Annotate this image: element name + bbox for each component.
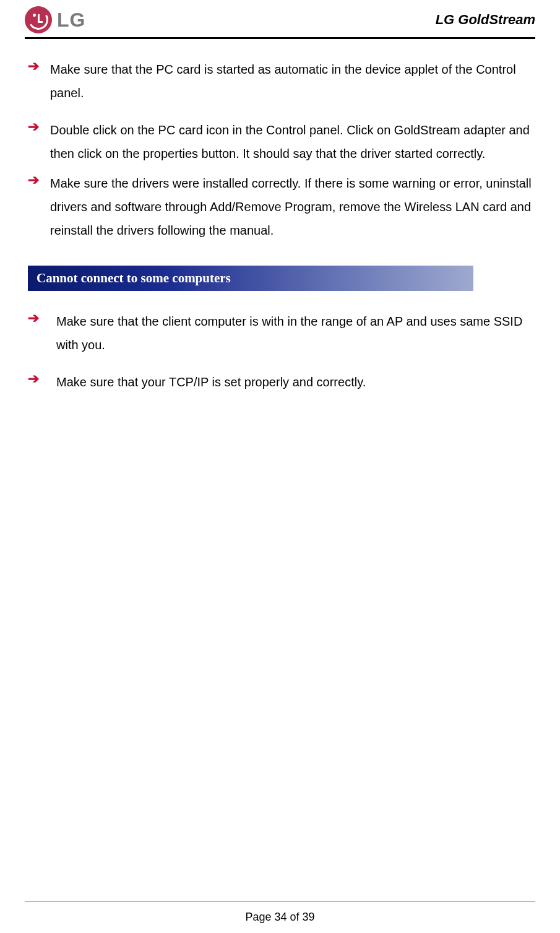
product-title: LG GoldStream <box>436 12 535 28</box>
bullet-item: ➔ Make sure that your TCP/IP is set prop… <box>28 370 532 394</box>
bullet-item: ➔ Make sure that the client computer is … <box>28 310 532 357</box>
bullet-text: Make sure the drivers were installed cor… <box>50 171 532 242</box>
logo-text: LG <box>57 9 85 32</box>
bullet-text: Make sure that the client computer is wi… <box>50 310 532 357</box>
bullet-text: Make sure that the PC card is started as… <box>50 58 532 105</box>
page-header: LG LG GoldStream <box>25 6 535 39</box>
bullet-item: ➔ Make sure that the PC card is started … <box>28 58 532 105</box>
arrow-right-icon: ➔ <box>28 171 39 189</box>
bullet-item: ➔ Make sure the drivers were installed c… <box>28 171 532 242</box>
logo-container: LG <box>25 6 85 33</box>
arrow-right-icon: ➔ <box>28 58 39 75</box>
bullet-text: Make sure that your TCP/IP is set proper… <box>50 370 366 394</box>
lg-logo-icon <box>25 6 52 33</box>
page-footer: Page 34 of 39 <box>25 901 535 933</box>
bullet-item: ➔ Double click on the PC card icon in th… <box>28 118 532 165</box>
arrow-right-icon: ➔ <box>28 310 39 327</box>
page-content: ➔ Make sure that the PC card is started … <box>25 58 535 901</box>
arrow-right-icon: ➔ <box>28 370 39 388</box>
arrow-right-icon: ➔ <box>28 118 39 136</box>
page-number: Page 34 of 39 <box>245 911 314 923</box>
bullet-text: Double click on the PC card icon in the … <box>50 118 532 165</box>
section-heading: Cannot connect to some computers <box>28 266 473 291</box>
document-page: LG LG GoldStream ➔ Make sure that the PC… <box>0 0 560 933</box>
